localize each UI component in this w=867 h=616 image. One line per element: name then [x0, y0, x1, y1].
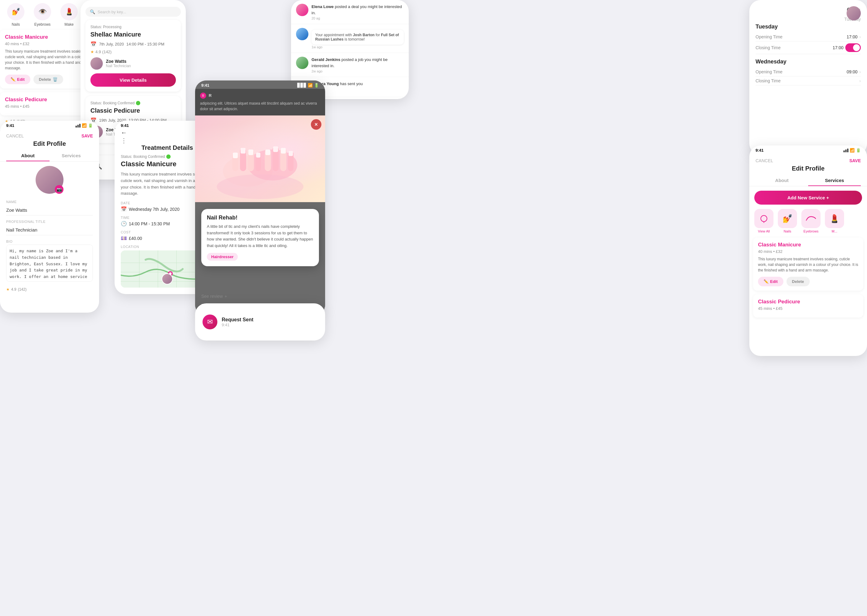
battery-icon-2: 🔋	[88, 123, 93, 128]
battery-cert: 🔋	[314, 83, 319, 88]
tuesday-open-row: Opening Time 17:00 ›	[755, 33, 861, 41]
edit-profile-header-right: CANCEL SAVE	[749, 154, 867, 165]
right-manicure-title: Classic Manicure	[758, 242, 858, 248]
form-left: NAME PROFESSIONAL TITLE BIO	[0, 200, 99, 286]
tab-services-right[interactable]: Services	[808, 175, 861, 186]
chevron-icon-1: ›	[859, 35, 861, 39]
view-details-button-1[interactable]: View Details	[90, 73, 176, 87]
signal-bars-edit-right	[843, 149, 848, 152]
trash-icon: 🗑️	[53, 77, 58, 82]
category-make[interactable]: 💄 Make	[58, 3, 80, 27]
closing-toggle[interactable]	[845, 43, 861, 52]
request-sent-card: ✉ Request Sent 9:41	[195, 303, 325, 341]
notif-text-1: Elena Lowe posted a deal you might be in…	[312, 4, 404, 16]
booking-rating-val-1: 4.9	[95, 50, 101, 54]
camera-badge-left[interactable]: 📷	[55, 185, 63, 194]
notif-content-1: Elena Lowe posted a deal you might be in…	[312, 4, 404, 20]
profile-rating: 4.9	[11, 287, 16, 292]
tab-row-left: About Services	[0, 151, 99, 162]
notif-content-4: Tamara Young has sent you 2w ago	[312, 81, 404, 93]
provider-role-1: Nail Technician	[106, 64, 176, 68]
profile-rating-count: (142)	[18, 287, 27, 292]
nails-label: Nails	[12, 22, 20, 27]
big-avatar-left: 📷	[36, 166, 63, 194]
back-button[interactable]: ←	[121, 129, 127, 136]
chip-more[interactable]: 💄 M...	[825, 209, 844, 233]
delete-manicure-button[interactable]: Delete 🗑️	[33, 75, 63, 84]
search-bar[interactable]: 🔍 Search by key...	[85, 7, 181, 17]
hairdresser-tag[interactable]: Hairdresser	[207, 253, 238, 261]
delete-right-manicure-button[interactable]: Delete	[787, 277, 810, 286]
right-manicure-meta: 40 mins • £32	[758, 249, 858, 254]
calendar-icon-1: 📅	[90, 41, 97, 47]
notif-item-1: Elena Lowe posted a deal you might be in…	[291, 0, 409, 24]
category-eyebrows[interactable]: 👁️ Eyebrows	[31, 3, 53, 27]
wifi-icon-3: 📶	[850, 148, 854, 152]
nails-icon: 💅	[7, 3, 24, 20]
sb3r	[847, 149, 848, 152]
add-service-button[interactable]: Add New Service +	[754, 191, 862, 204]
notif-avatar-3	[296, 57, 308, 69]
edit-profile-left-card: 9:41 📶 🔋 CANCEL SAVE Edit Profile About …	[0, 121, 99, 313]
more-icon[interactable]: ⋮	[121, 137, 127, 144]
booking-date-1: 7th July, 2020	[99, 42, 124, 46]
chip-eyebrows[interactable]: Eyebrows	[801, 209, 821, 233]
pro-title-label: PROFESSIONAL TITLE	[6, 220, 93, 223]
provider-name-1: Zoe Watts	[106, 59, 176, 64]
name-input[interactable]	[6, 205, 93, 215]
plus-icon-review: +	[225, 294, 227, 299]
save-button-right[interactable]: SAVE	[849, 158, 861, 163]
search-icon: 🔍	[90, 9, 95, 14]
nails-chip-icon: 💅	[778, 209, 797, 228]
cancel-button-left[interactable]: CANCEL	[6, 134, 24, 138]
save-button-left[interactable]: SAVE	[82, 134, 93, 138]
notif-content-2: Your appointment with Josh Barton for Fu…	[312, 28, 404, 49]
profile-avatar-hours	[847, 6, 861, 20]
see-review-button[interactable]: See review +	[201, 294, 319, 299]
right-pedicure-meta: 45 mins • £45	[758, 306, 858, 311]
wednesday-open-val[interactable]: 09:00 ›	[847, 69, 861, 74]
notif-time-2: 1w ago	[312, 45, 404, 49]
battery-icon-3: 🔋	[856, 148, 861, 152]
mirror-icon-svg	[760, 214, 768, 223]
hands-svg	[211, 115, 310, 202]
chip-label-view-all: View All	[758, 229, 770, 233]
edit-manicure-button[interactable]: ✏️ Edit	[5, 75, 30, 84]
tab-services-left[interactable]: Services	[50, 151, 93, 161]
chip-label-eyebrows: Eyebrows	[804, 229, 818, 233]
bio-textarea[interactable]	[6, 245, 93, 282]
business-hours-card: 05 :41 Tuesday Tuesday Opening Time 17:0…	[749, 0, 867, 155]
tuesday-close-val[interactable]: 17:00	[832, 43, 861, 52]
tuesday-open-val[interactable]: 17:00 ›	[847, 35, 861, 39]
wednesday-close-row: Closing Time ›	[755, 77, 861, 85]
wednesday-close-val[interactable]: ›	[858, 78, 861, 83]
request-sent-info: Request Sent 9:41	[222, 317, 253, 327]
chip-view-all[interactable]: View All	[754, 209, 774, 233]
category-nails[interactable]: 💅 Nails	[5, 3, 27, 27]
chip-label-more: M...	[832, 229, 837, 233]
svg-rect-24	[265, 149, 270, 155]
notif-text-3: Gerald Jenkins posted a job you might be…	[312, 57, 404, 69]
provider-row-1: Zoe Watts Nail Technician	[90, 57, 176, 70]
edit-icon: ✏️	[11, 77, 16, 82]
avatar-section-left: 📷	[0, 166, 99, 194]
chip-nails[interactable]: 💅 Nails	[778, 209, 797, 233]
confirmed-icon: ✓	[136, 101, 140, 105]
booking-title-2: Classic Pedicure	[90, 107, 176, 114]
cert-overlay-text: R R adipiscing elit. Ultrices alquet mas…	[195, 89, 325, 115]
tab-about-left[interactable]: About	[6, 151, 50, 161]
provider-avatar-1	[90, 57, 103, 70]
wednesday-close-label: Closing Time	[755, 78, 780, 83]
booking-title-1: Shellac Manicure	[90, 31, 176, 38]
confirmed-dot: ✓	[166, 154, 171, 159]
signal-bars-edit-left	[76, 124, 80, 127]
edit-profile-title-right: Edit Profile	[749, 165, 867, 172]
edit-right-manicure-button[interactable]: ✏️ Edit	[758, 277, 784, 286]
cancel-button-right[interactable]: CANCEL	[755, 158, 773, 163]
tab-about-right[interactable]: About	[755, 175, 808, 186]
wifi-icon-2: 📶	[82, 123, 87, 128]
pro-title-input[interactable]	[6, 225, 93, 235]
review-text: A little bit of tlc and my client's nail…	[207, 223, 313, 249]
appointment-box: Your appointment with Josh Barton for Fu…	[312, 30, 404, 45]
close-button-cert[interactable]: ×	[311, 119, 321, 130]
